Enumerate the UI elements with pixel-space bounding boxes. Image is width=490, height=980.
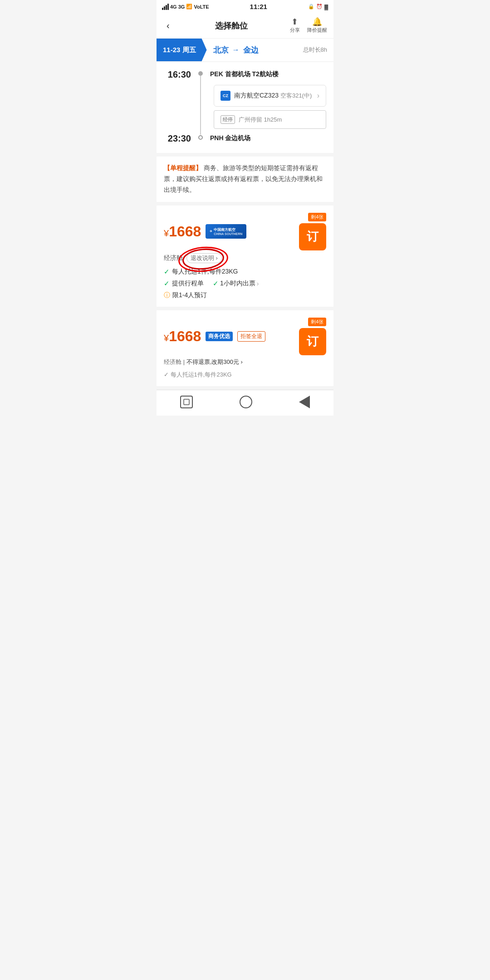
alarm-icon: ⏰ [316,4,323,10]
ticket2-partial-feature: ✓ 每人托运1件,每件23KG [164,371,326,379]
limit-text: 限1-4人预订 [172,291,207,299]
biz-badge: 商务优选 [206,332,233,341]
feature-itinerary: ✓ 提供行程单 [164,279,204,288]
depart-time: 16:30 [164,69,191,80]
book-btn-container-2: 剩4张 订 [299,318,326,355]
flight-card[interactable]: CZ 南方航空CZ323 空客321(中) › [214,85,326,107]
back-button-nav[interactable] [299,396,310,408]
share-icon: ⬆ [291,18,298,26]
price-symbol-1: ¥ [164,228,169,238]
page-title: 选择舱位 [215,20,248,31]
feature-ticket-issue[interactable]: ✓ 1小时内出票 › [213,279,259,288]
route-duration: 总时长8h [303,46,327,54]
stopover-label: 经停 [220,115,235,124]
book-btn-container-1: 剩4张 订 [299,213,326,250]
battery-icon: ▓ [324,4,328,10]
flight-card-info: CZ 南方航空CZ323 空客321(中) [220,91,312,101]
refund-link-1[interactable]: 退改说明 › [186,253,222,263]
airline-logo-small: CZ [220,91,230,101]
route-header: 11-23 周五 北京 → 金边 总时长8h [157,39,333,61]
ticket-header-1: ¥1668 ✈ 中国南方航空 CHINA SOUTHERN 剩4张 订 [164,213,326,250]
arrive-time: 23:30 [164,133,191,144]
flight-details-text: 南方航空CZ323 空客321(中) [234,92,312,100]
depart-dot [198,71,203,76]
route-arrow: → [232,46,240,54]
depart-airport-name: PEK 首都机场 T2航站楼 [210,70,279,78]
status-bar: 4G 3G 📶 VoLTE 11:21 🔒 ⏰ ▓ [157,0,333,13]
svg-rect-1 [184,399,189,405]
ticket-card-1: ¥1668 ✈ 中国南方航空 CHINA SOUTHERN 剩4张 订 经济舱 … [157,206,333,307]
volte-label: VoLTE [194,4,209,10]
dot-line-depart [196,69,205,135]
share-button[interactable]: ⬆ 分享 [290,18,300,34]
ticket-card-2: ¥1668 商务优选 拒签全退 剩4张 订 经济舱 | 不得退票,改期300元 … [157,310,333,386]
lock-icon: 🔒 [308,4,314,10]
signal-icon [162,4,169,10]
remaining-badge-1: 剩4张 [308,213,326,221]
date-badge: 11-23 周五 [157,39,207,61]
ticket-features-1: ✓ 每人托运1件,每件23KG ✓ 提供行程单 ✓ 1小时内出票 › ⓘ 限1-… [164,268,326,299]
notice-section: 【单程提醒】 商务、旅游等类型的短期签证需持有返程票，建议购买往返票或持有返程票… [157,157,333,201]
timeline-line [200,76,201,135]
flight-section: 16:30 PEK 首都机场 T2航站楼 CZ 南方航空CZ323 空客321(… [157,62,333,153]
ticket-issue-text: 1小时内出票 [220,279,255,288]
arrive-airport-name: PNH 金边机场 [210,134,250,142]
cabin-type-label-1: 经济舱 [164,254,183,262]
route-info: 北京 → 金边 总时长8h [207,39,333,61]
csair-name-en: CHINA SOUTHERN [214,232,242,235]
feature-row-itinerary: ✓ 提供行程单 ✓ 1小时内出票 › [164,279,326,288]
feature-baggage: ✓ 每人托运1件,每件23KG [164,268,238,276]
csair-logo: ✈ 中国南方航空 CHINA SOUTHERN [206,224,246,239]
ticket2-refund-info: 不得退票,改期300元 › [186,358,243,365]
stopover-badge: 经停 广州停留 1h25m [214,110,326,129]
arrive-dot [198,135,203,140]
price-symbol-2: ¥ [164,333,169,343]
price-alert-label: 降价提醒 [307,27,327,34]
airline-flight-name: 南方航空CZ323 [234,92,279,99]
depart-airport: PEK 首都机场 T2航站楼 [210,69,326,78]
feature-limit: ⓘ 限1-4人预订 [164,291,207,299]
price-row-1: ¥1668 ✈ 中国南方航空 CHINA SOUTHERN [164,223,246,240]
ticket2-cabin-info: 经济舱 [164,358,181,365]
ticket-header-2: ¥1668 商务优选 拒签全退 剩4张 订 [164,318,326,355]
ticket-issue-chevron-icon: › [257,280,259,287]
stopover-row: 经停 广州停留 1h25m [214,110,326,129]
price-value-2: 1668 [169,328,201,344]
flight-card-chevron-icon: › [317,92,319,100]
arrival-row: 23:30 PNH 金边机场 [164,133,326,144]
price-row-2: ¥1668 商务优选 拒签全退 [164,328,265,345]
dot-arrive [196,133,205,140]
info-icon-limit: ⓘ [164,291,170,299]
arrive-airport: PNH 金边机场 [210,133,326,142]
bell-icon: 🔔 [312,18,322,26]
check-icon-ticket: ✓ [213,279,219,288]
full-refund-badge: 拒签全退 [237,331,265,342]
bottom-nav [157,390,333,416]
csair-name-cn: 中国南方航空 [214,227,242,232]
feature-row-baggage: ✓ 每人托运1件,每件23KG [164,268,326,276]
status-left: 4G 3G 📶 VoLTE [162,4,209,10]
check-icon-itinerary: ✓ [164,279,170,288]
cabin-type-row-1: 经济舱 退改说明 › [164,253,326,263]
baggage-text: 每人托运1件,每件23KG [172,268,238,276]
feature-row-limit: ⓘ 限1-4人预订 [164,291,326,299]
book-button-2[interactable]: 订 [299,328,326,355]
ticket2-separator: | [183,358,186,365]
ticket-sub-info-2[interactable]: 经济舱 | 不得退票,改期300元 › [164,358,326,366]
price-alert-button[interactable]: 🔔 降价提醒 [307,18,327,34]
price-2: ¥1668 [164,328,201,345]
home-icon [183,399,190,405]
back-home-button[interactable] [240,396,252,408]
notice-tag: 【单程提醒】 [164,164,202,172]
route-to: 金边 [243,45,259,55]
book-button-1[interactable]: 订 [299,223,326,250]
itinerary-text: 提供行程单 [172,279,204,288]
network-type: 4G 3G [170,4,185,10]
csair-logo-icon: ✈ [210,230,212,233]
check-icon-baggage: ✓ [164,268,170,276]
status-right: 🔒 ⏰ ▓ [308,4,328,10]
home-button[interactable] [180,396,193,408]
wifi-icon: 📶 [186,4,192,10]
top-nav: ‹ 选择舱位 ⬆ 分享 🔔 降价提醒 [157,13,333,39]
back-button[interactable]: ‹ [163,19,173,33]
